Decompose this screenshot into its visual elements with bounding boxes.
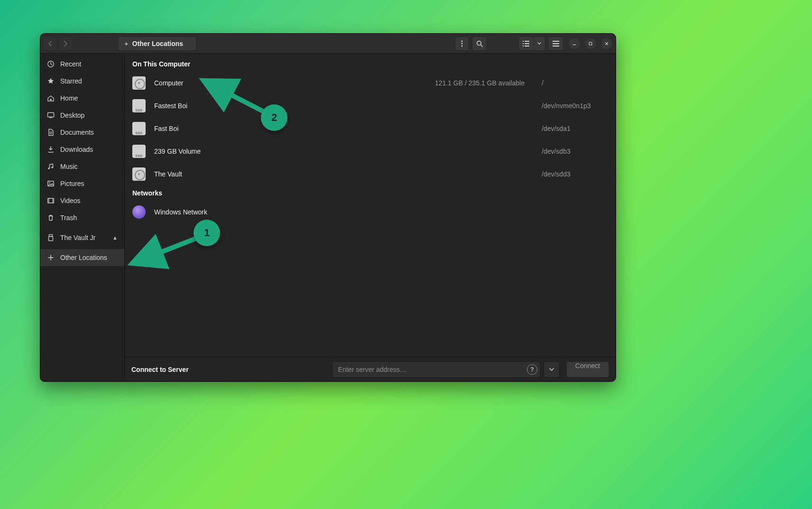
svg-rect-24 [48, 198, 49, 203]
list-view-button[interactable] [518, 37, 534, 51]
drive-row[interactable]: 239 GB Volume/dev/sdb3 [125, 140, 616, 163]
usb-icon [47, 234, 55, 241]
file-manager-window: + Other Locations [40, 33, 616, 382]
svg-rect-14 [573, 44, 576, 45]
sidebar-item-recent[interactable]: Recent [40, 56, 124, 73]
server-history-button[interactable] [544, 361, 560, 378]
connect-button[interactable]: Connect [566, 361, 609, 378]
svg-rect-6 [525, 41, 529, 42]
sidebar-item-label: Downloads [60, 146, 93, 153]
sidebar-item-desktop[interactable]: Desktop [40, 107, 124, 124]
window-close-button[interactable] [600, 37, 613, 50]
svg-point-19 [48, 167, 50, 169]
video-icon [47, 197, 55, 204]
drive-row[interactable]: Computer121.1 GB / 235.1 GB available/ [125, 72, 616, 94]
close-icon [605, 41, 609, 46]
sidebar-item-label: Music [60, 163, 78, 170]
download-icon [47, 146, 55, 153]
chevron-right-icon [63, 41, 68, 46]
sidebar-item-trash[interactable]: Trash [40, 209, 124, 226]
svg-point-20 [51, 167, 53, 168]
sidebar-item-other-locations[interactable]: Other Locations [40, 249, 124, 266]
search-button[interactable] [472, 37, 487, 51]
svg-point-2 [461, 45, 463, 46]
server-address-input[interactable]: Enter server address… ? [332, 361, 541, 378]
sidebar-item-downloads[interactable]: Downloads [40, 141, 124, 158]
svg-rect-25 [53, 198, 54, 203]
svg-rect-8 [525, 43, 529, 44]
sidebar-item-videos[interactable]: Videos [40, 192, 124, 209]
sidebar-item-starred[interactable]: Starred [40, 73, 124, 90]
sidebar-item-label: Videos [60, 197, 81, 204]
kebab-icon [461, 40, 463, 47]
svg-rect-15 [589, 42, 592, 45]
maximize-icon [589, 41, 592, 46]
drive-label: Windows Network [154, 208, 207, 216]
picture-icon [47, 180, 55, 187]
drive-icon [132, 145, 146, 158]
svg-rect-18 [49, 118, 52, 118]
sidebar-item-label: Starred [60, 77, 82, 85]
drive-label: Fastest Boi [154, 102, 187, 110]
drive-icon [132, 99, 146, 112]
drive-label: Computer [154, 79, 183, 87]
drive-path: / [542, 79, 608, 87]
network-icon [132, 205, 146, 219]
svg-rect-5 [523, 41, 524, 42]
window-minimize-button[interactable] [568, 37, 581, 50]
music-icon [47, 163, 55, 170]
drive-row[interactable]: Windows Network [125, 201, 616, 223]
drive-row[interactable]: Fastest Boi/dev/nvme0n1p3 [125, 94, 616, 117]
help-icon[interactable]: ? [527, 364, 537, 375]
drive-row[interactable]: The Vault/dev/sdd3 [125, 163, 616, 185]
server-address-placeholder: Enter server address… [338, 366, 527, 373]
nav-forward-button[interactable] [58, 37, 73, 51]
svg-rect-10 [525, 46, 529, 46]
sidebar-item-label: Recent [60, 60, 81, 68]
sidebar-item-label: Documents [60, 129, 94, 136]
drive-row[interactable]: Fast Boi/dev/sda1 [125, 117, 616, 140]
view-dropdown-button[interactable] [533, 37, 545, 51]
pathbar[interactable]: + Other Locations [118, 37, 196, 51]
sidebar-item-label: Other Locations [60, 254, 107, 261]
svg-point-22 [49, 182, 50, 183]
main-panel: On This Computer Computer121.1 GB / 235.… [125, 54, 616, 381]
sidebar-item-music[interactable]: Music [40, 158, 124, 175]
sidebar-item-pictures[interactable]: Pictures [40, 175, 124, 192]
chevron-down-icon [537, 42, 541, 45]
kebab-menu-button[interactable] [455, 37, 469, 51]
drive-info: 121.1 GB / 235.1 GB available [435, 79, 525, 87]
section-header-networks: Networks [125, 185, 616, 201]
view-switcher [518, 37, 545, 51]
clock-icon [47, 60, 55, 68]
drive-path: /dev/sdb3 [542, 148, 608, 155]
drive-label: The Vault [154, 170, 182, 178]
svg-rect-7 [523, 43, 524, 44]
nav-buttons [43, 37, 73, 51]
chevron-left-icon [47, 41, 53, 46]
plus-icon: + [124, 39, 129, 47]
sidebar-item-the-vault-jr[interactable]: The Vault Jr▲ [40, 229, 124, 246]
headerbar-right [518, 37, 613, 51]
nav-back-button[interactable] [43, 37, 57, 51]
sidebar-item-label: Home [60, 94, 78, 102]
sidebar-item-documents[interactable]: Documents [40, 124, 124, 141]
headerbar: + Other Locations [40, 34, 616, 54]
hamburger-menu-button[interactable] [548, 37, 563, 51]
drive-icon [132, 122, 146, 135]
search-icon [476, 40, 483, 47]
connect-to-server-bar: Connect to Server Enter server address… … [125, 357, 616, 381]
eject-icon[interactable]: ▲ [112, 235, 118, 241]
locations-list: On This Computer Computer121.1 GB / 235.… [125, 54, 616, 357]
plus-icon [47, 254, 55, 261]
drive-label: Fast Boi [154, 125, 178, 132]
desktop-icon [47, 111, 55, 119]
window-maximize-button[interactable] [584, 37, 597, 50]
sidebar: RecentStarredHomeDesktopDocumentsDownloa… [40, 54, 125, 381]
connect-label: Connect to Server [131, 366, 189, 373]
sidebar-item-home[interactable]: Home [40, 90, 124, 107]
minimize-icon [572, 41, 576, 46]
drive-label: 239 GB Volume [154, 148, 201, 155]
drive-path: /dev/sdd3 [542, 170, 608, 178]
svg-point-0 [461, 40, 463, 42]
